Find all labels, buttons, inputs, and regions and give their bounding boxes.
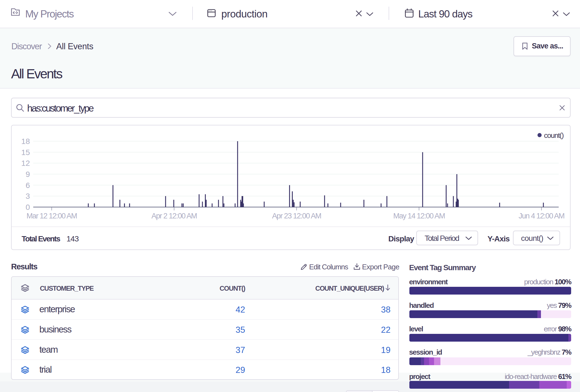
svg-text:0: 0 [25,203,30,212]
svg-text:Mar 12 12:00 AM: Mar 12 12:00 AM [27,212,77,220]
svg-text:Apr 2 12:00 AM: Apr 2 12:00 AM [152,212,197,220]
svg-text:9: 9 [25,170,30,179]
svg-text:6: 6 [25,181,30,190]
svg-text:count(): count() [544,131,564,140]
svg-text:15: 15 [21,148,30,157]
svg-text:May 14 12:00 AM: May 14 12:00 AM [393,212,445,220]
svg-text:18: 18 [21,137,30,146]
svg-text:Jun 4 12:00 AM: Jun 4 12:00 AM [519,212,564,220]
svg-text:3: 3 [25,192,30,200]
svg-text:12: 12 [21,159,30,167]
svg-text:Apr 23 12:00 AM: Apr 23 12:00 AM [272,212,321,220]
